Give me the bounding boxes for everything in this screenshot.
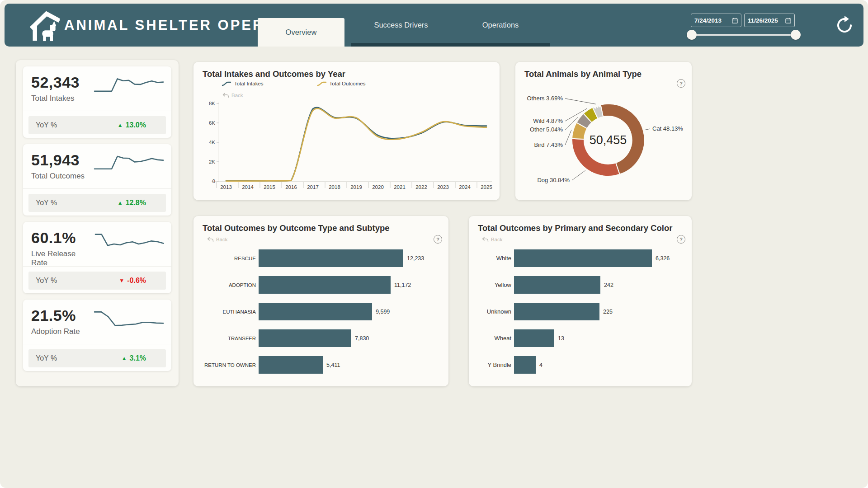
kpi-label: Live Release Rate	[31, 249, 94, 267]
kpi-card-live-release-rate: 60.1% Live Release Rate YoY % ▼-0.6%	[23, 222, 171, 293]
kpi-value: 51,943	[31, 151, 85, 169]
dashboard-page: ANIMAL SHELTER OPERATIONS Overview Succe…	[0, 0, 868, 488]
bar-value-label: 242	[604, 282, 613, 288]
yoy-row: YoY % ▲13.0%	[28, 116, 166, 134]
bar-yellow[interactable]	[514, 276, 600, 294]
yoy-label: YoY %	[36, 121, 57, 129]
yoy-row: YoY % ▲3.1%	[28, 349, 166, 367]
date-from-value: 7/24/2013	[694, 17, 722, 24]
bar-chart: White6,326Yellow242Unknown225Wheat13Y Br…	[478, 249, 687, 383]
donut-label-bird: Bird 7.43%	[534, 141, 563, 148]
bar-value-label: 9,599	[376, 309, 390, 315]
kpi-card-total-intakes: 52,343 Total Intakes YoY % ▲13.0%	[23, 66, 171, 138]
tab-overview[interactable]: Overview	[258, 18, 344, 47]
date-to-value: 11/26/2025	[748, 17, 778, 24]
x-axis-year-label: 2018	[329, 184, 340, 190]
tab-success-drivers-label: Success Drivers	[374, 21, 428, 29]
date-range-slider-handle-start[interactable]	[687, 30, 697, 40]
bar-unknown[interactable]	[514, 303, 599, 320]
y-axis-tick-label: 2K	[209, 159, 215, 164]
bar-value-label: 12,233	[407, 255, 424, 262]
animals-by-type-donut-chart: Cat 48.13%Dog 30.84%Bird 7.43%Other 5.04…	[515, 62, 692, 200]
bar-row: TRANSFER7,830	[203, 329, 444, 347]
donut-chart-card: Cat 48.13%Dog 30.84%Bird 7.43%Other 5.04…	[515, 62, 692, 200]
bar-wheat[interactable]	[514, 329, 554, 347]
bar-category-label: Y Brindle	[478, 361, 514, 368]
back-button[interactable]: Back	[482, 237, 503, 242]
sparkline-chart	[94, 230, 165, 258]
bar-y-brindle[interactable]	[514, 356, 536, 374]
yoy-row: YoY % ▼-0.6%	[28, 272, 166, 290]
x-axis-year-label: 2016	[285, 184, 297, 190]
donut-label-other: Other 5.04%	[530, 126, 563, 133]
kpi-label: Total Intakes	[31, 94, 80, 103]
yoy-value: ▼-0.6%	[119, 277, 146, 285]
donut-label-others: Others 3.69%	[527, 95, 563, 102]
intakes-outcomes-line-chart: 02K4K6K8K2013201420152016201720182019202…	[193, 97, 500, 197]
trend-triangle-icon: ▲	[118, 200, 123, 206]
bar-category-label: Unknown	[478, 308, 514, 315]
tab-success-drivers[interactable]: Success Drivers	[351, 4, 451, 47]
date-range-slider-track[interactable]	[692, 34, 796, 36]
line-chart-card: Total Intakes and Outcomes by Year Total…	[193, 62, 500, 200]
help-icon[interactable]: ?	[434, 235, 442, 244]
tab-operations[interactable]: Operations	[451, 4, 550, 47]
tab-overview-label: Overview	[286, 28, 317, 37]
bar-row: RETURN TO OWNER5,411	[203, 356, 444, 374]
bar-category-label: Wheat	[478, 335, 514, 342]
date-from-input[interactable]: 7/24/2013	[691, 14, 741, 27]
back-arrow-icon	[207, 237, 214, 242]
bar-category-label: ADOPTION	[203, 282, 259, 288]
bar-value-label: 225	[603, 309, 613, 315]
donut-label-wild: Wild 4.87%	[533, 117, 563, 124]
bar-value-label: 7,830	[355, 335, 369, 342]
tab-operations-label: Operations	[482, 21, 519, 29]
x-axis-year-label: 2022	[415, 184, 427, 190]
x-axis-year-label: 2023	[437, 184, 449, 190]
bar-return-to-owner[interactable]	[259, 356, 323, 374]
calendar-icon	[732, 18, 738, 23]
bar-row: Wheat13	[478, 329, 687, 347]
bar-rescue[interactable]	[259, 249, 403, 267]
kpi-card-adoption-rate: 21.5% Adoption Rate YoY % ▲3.1%	[23, 300, 171, 371]
x-axis-year-label: 2020	[372, 184, 384, 190]
legend-item-total-outcomes[interactable]: Total Outcomes	[317, 81, 366, 86]
yoy-row: YoY % ▲12.8%	[28, 194, 166, 212]
legend-label: Total Outcomes	[330, 81, 366, 86]
bar-white[interactable]	[514, 249, 652, 267]
line-series-icon	[317, 81, 327, 86]
chart-title: Total Outcomes by Outcome Type and Subty…	[193, 216, 448, 233]
kpi-value: 21.5%	[31, 307, 80, 324]
y-axis-tick-label: 0	[212, 178, 215, 184]
bar-adoption[interactable]	[259, 276, 391, 294]
help-icon[interactable]: ?	[677, 235, 685, 244]
header-bar: ANIMAL SHELTER OPERATIONS Overview Succe…	[5, 4, 863, 47]
date-range-slider-handle-end[interactable]	[791, 30, 801, 40]
kpi-card-total-outcomes: 51,943 Total Outcomes YoY % ▲12.8%	[23, 144, 171, 216]
line-series-total-outcomes[interactable]	[226, 108, 486, 181]
bar-value-label: 5,411	[326, 362, 340, 368]
kpi-label: Total Outcomes	[31, 172, 85, 181]
date-to-input[interactable]: 11/26/2025	[744, 14, 795, 27]
help-icon[interactable]: ?	[677, 79, 685, 88]
back-button[interactable]: Back	[207, 237, 228, 242]
bar-category-label: Yellow	[478, 282, 514, 288]
x-axis-year-label: 2015	[264, 184, 275, 190]
chart-title: Total Intakes and Outcomes by Year	[193, 62, 500, 79]
line-series-icon	[222, 81, 231, 86]
trend-triangle-icon: ▼	[119, 277, 124, 284]
legend-label: Total Intakes	[234, 81, 264, 86]
bar-value-label: 11,172	[394, 282, 411, 288]
y-axis-tick-label: 4K	[209, 140, 215, 145]
x-axis-year-label: 2025	[481, 184, 492, 190]
bar-transfer[interactable]	[259, 329, 351, 347]
legend-item-total-intakes[interactable]: Total Intakes	[222, 81, 264, 86]
bar-row: RESCUE12,233	[203, 249, 444, 267]
sparkline-chart	[93, 75, 165, 103]
bar-euthanasia[interactable]	[259, 303, 372, 320]
refresh-button[interactable]	[834, 14, 855, 36]
yoy-value: ▲12.8%	[118, 199, 146, 207]
bar-value-label: 13	[558, 335, 564, 342]
line-series-total-intakes[interactable]	[226, 108, 486, 181]
bar-category-label: TRANSFER	[203, 336, 259, 341]
